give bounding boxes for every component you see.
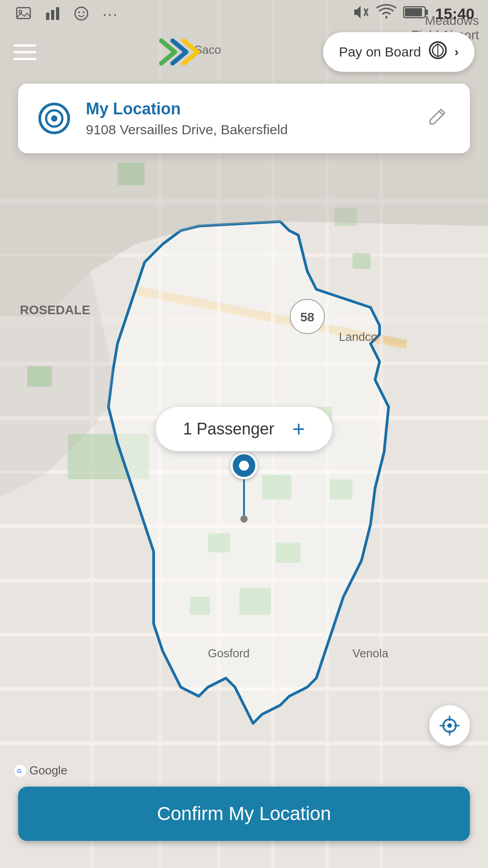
map-location-pin xyxy=(230,452,258,523)
add-passenger-button[interactable]: + xyxy=(292,418,305,440)
location-ring-icon xyxy=(36,100,72,137)
more-status-icon: ··· xyxy=(100,4,120,24)
pin-stem xyxy=(243,479,245,515)
chevron-icon: › xyxy=(455,45,459,59)
svg-point-44 xyxy=(83,11,84,13)
hamburger-button[interactable] xyxy=(14,36,45,68)
svg-point-43 xyxy=(78,11,80,13)
logo xyxy=(152,32,216,72)
pin-shadow-dot xyxy=(240,515,248,523)
chart-status-icon xyxy=(42,4,62,24)
svg-point-54 xyxy=(51,115,57,122)
mute-icon xyxy=(352,3,370,24)
my-location-button[interactable] xyxy=(429,705,470,746)
passenger-label: 1 Passenger xyxy=(183,420,274,439)
location-title: My Location xyxy=(86,99,288,118)
svg-text:G: G xyxy=(17,768,21,774)
svg-rect-49 xyxy=(405,8,422,16)
pay-on-board-button[interactable]: Pay on Board › xyxy=(323,32,474,72)
coin-icon xyxy=(428,40,448,64)
pay-on-board-label: Pay on Board xyxy=(339,44,421,60)
svg-rect-37 xyxy=(17,8,30,19)
confirm-location-button[interactable]: Confirm My Location xyxy=(18,787,470,841)
status-bar: ··· 15:40 xyxy=(0,0,488,27)
location-address: 9108 Versailles Drive, Bakersfield xyxy=(86,122,288,137)
pin-inner xyxy=(239,461,249,471)
svg-point-57 xyxy=(447,723,452,728)
emoji-status-icon xyxy=(71,4,91,24)
google-watermark: G Google xyxy=(14,764,67,778)
svg-point-38 xyxy=(19,10,22,13)
svg-rect-48 xyxy=(425,9,428,15)
edit-button[interactable] xyxy=(423,102,452,135)
svg-rect-11 xyxy=(0,741,488,745)
location-card: My Location 9108 Versailles Drive, Baker… xyxy=(18,84,470,153)
svg-rect-30 xyxy=(352,253,371,269)
svg-rect-39 xyxy=(46,13,49,20)
time-display: 15:40 xyxy=(435,5,474,23)
top-nav: Pay on Board › xyxy=(0,27,488,77)
svg-rect-40 xyxy=(51,10,54,20)
svg-text:58: 58 xyxy=(300,310,314,324)
passenger-counter: 1 Passenger + xyxy=(156,407,332,451)
image-status-icon xyxy=(14,4,33,24)
svg-line-55 xyxy=(439,111,443,115)
svg-point-42 xyxy=(75,7,88,20)
confirm-location-label: Confirm My Location xyxy=(157,803,331,825)
wifi-icon xyxy=(376,3,396,24)
svg-rect-41 xyxy=(56,7,59,20)
battery-icon xyxy=(403,4,428,24)
pin-head xyxy=(230,452,258,479)
